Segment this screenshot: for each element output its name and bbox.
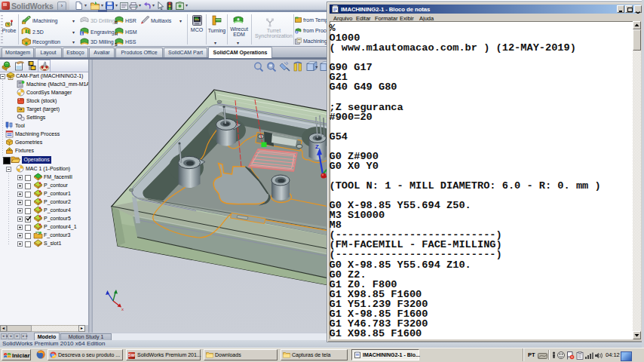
svg-text:Z: Z xyxy=(315,143,319,150)
svg-text:x: x xyxy=(121,307,124,311)
svg-text:R: R xyxy=(115,20,118,25)
svg-text:H: H xyxy=(115,32,118,36)
svg-text:S: S xyxy=(115,42,118,47)
